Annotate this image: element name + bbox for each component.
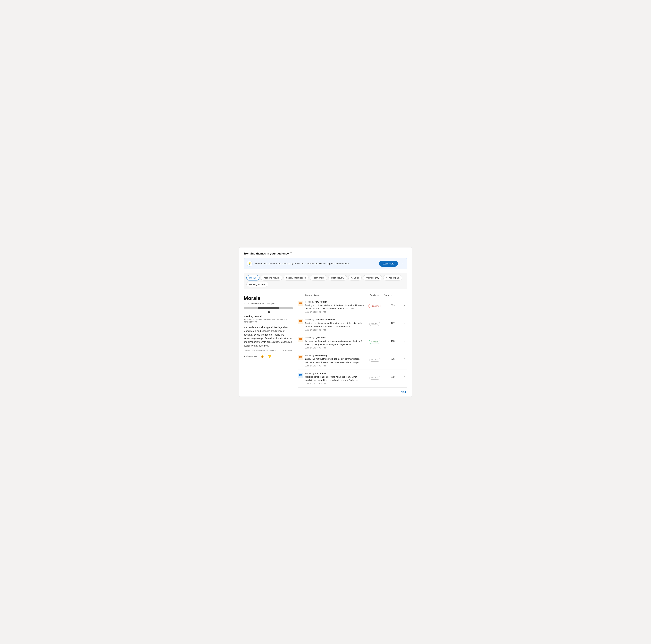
meta-separator: • <box>260 302 261 305</box>
conv-icon-0 <box>298 301 303 306</box>
conv-sentiment-cell-4: Neutral <box>365 372 384 379</box>
conv-sentiment-cell-2: Positive <box>365 337 384 344</box>
sentiment-badge-4: Neutral <box>369 376 380 379</box>
ai-banner: 💡 Themes and sentiment are powered by AI… <box>244 258 407 269</box>
conv-text-4: Noticing some tension brewing within the… <box>305 375 365 382</box>
conversations-list: Posted by Amy Nguyen Feeling a bit down … <box>298 298 407 388</box>
participants-count: 275 participants <box>261 302 277 305</box>
table-row: Posted by Lawrence Gilbertson Feeling a … <box>298 316 407 334</box>
theme-chip-supply-chain[interactable]: Supply chain issues <box>283 275 309 280</box>
ai-generated-badge: ✦ AI-generated <box>244 355 257 358</box>
conv-action-cell-0[interactable]: ↗ <box>401 301 407 307</box>
conversations-count: 15 conversations <box>244 302 260 305</box>
trend-icon-0[interactable]: ↗ <box>403 304 405 307</box>
thumbs-up-button[interactable]: 👍 <box>260 354 265 359</box>
theme-description: Your audience is sharing their feelings … <box>244 326 293 347</box>
conv-author-1: Posted by Lawrence Gilbertson <box>305 318 365 321</box>
theme-title: Morale <box>244 295 293 301</box>
conv-author-2: Posted by Lydia Bauer <box>305 337 365 339</box>
conv-text-1: Feeling a bit disconnected from the team… <box>305 321 365 328</box>
theme-chip-data-security[interactable]: Data security <box>329 275 347 280</box>
conv-action-cell-4[interactable]: ↗ <box>401 372 407 379</box>
conv-action-cell-2[interactable]: ↗ <box>401 337 407 343</box>
col-header-sentiment: Sentiment <box>365 294 384 296</box>
learn-more-button[interactable]: Learn more <box>379 261 398 267</box>
ai-banner-icon: 💡 <box>247 261 253 267</box>
page-title-row: Trending themes in your audience i <box>244 252 407 255</box>
main-content: Morale 15 conversations • 275 participan… <box>244 294 407 393</box>
conv-author-0: Posted by Amy Nguyen <box>305 301 365 303</box>
views-label: Views <box>384 294 390 296</box>
table-row: Posted by Tim Deboer Noticing some tensi… <box>298 370 407 388</box>
next-label: Next <box>401 391 406 393</box>
main-card: Trending themes in your audience i 💡 The… <box>239 247 412 397</box>
triangle-icon <box>268 311 271 313</box>
conv-icon-2 <box>298 337 303 342</box>
page-title: Trending themes in your audience <box>244 252 289 255</box>
ai-banner-text: Themes and sentiment are powered by AI. … <box>255 262 377 265</box>
sentiment-bar-positive <box>279 307 293 309</box>
trend-icon-2[interactable]: ↗ <box>403 340 405 343</box>
sort-down-icon[interactable]: ↓ <box>391 294 392 296</box>
sentiment-badge-1: Neutral <box>369 322 380 326</box>
table-row: Posted by Astrid Wong Lately, I've felt … <box>298 352 407 370</box>
sentiment-bar-container <box>244 307 293 313</box>
col-header-conversations: Conversations <box>298 294 365 296</box>
thumbsup-icon: 👍 <box>260 355 264 358</box>
sentiment-bar-neutral <box>257 307 279 309</box>
conv-body-2: Posted by Lydia Bauer Love seeing the po… <box>305 337 365 349</box>
conv-views-cell-4: 352 <box>384 372 401 378</box>
sentiment-bar-negative <box>244 307 257 309</box>
trending-sub: Sentiment across conversations with this… <box>244 318 293 323</box>
themes-bar: MoraleYear end resultsSupply chain issue… <box>244 273 407 289</box>
lightbulb-icon: 💡 <box>248 262 251 265</box>
thumbs-down-button[interactable]: 👎 <box>267 354 272 359</box>
trend-icon-3[interactable]: ↗ <box>403 358 405 361</box>
conv-sentiment-cell-0: Negative <box>365 301 384 308</box>
conv-text-0: Feeling a bit down lately about the team… <box>305 304 365 310</box>
theme-chip-morale[interactable]: Morale <box>246 275 259 280</box>
next-button[interactable]: Next › <box>401 391 407 393</box>
right-panel: Conversations Sentiment Views ↓ Posted b… <box>298 294 407 393</box>
table-row: Posted by Amy Nguyen Feeling a bit down … <box>298 298 407 316</box>
conv-body-0: Posted by Amy Nguyen Feeling a bit down … <box>305 301 365 313</box>
conv-author-3: Posted by Astrid Wong <box>305 355 365 357</box>
conv-body-3: Posted by Astrid Wong Lately, I've felt … <box>305 355 365 367</box>
conv-text-2: Love seeing the positive vibes spreading… <box>305 339 365 346</box>
ai-generated-row: ✦ AI-generated 👍 👎 <box>244 354 293 359</box>
conv-body-4: Posted by Tim Deboer Noticing some tensi… <box>305 372 365 385</box>
theme-chip-wellness-day[interactable]: Wellness Day <box>363 275 382 280</box>
conv-views-cell-1: 477 <box>384 318 401 325</box>
banner-close-button[interactable]: × <box>401 262 404 266</box>
theme-chip-ai-bugs[interactable]: AI Bugs <box>348 275 362 280</box>
theme-chip-ai-job-impact[interactable]: AI Job Impact <box>383 275 402 280</box>
theme-meta: 15 conversations • 275 participants <box>244 302 293 305</box>
sentiment-indicator <box>244 311 293 313</box>
conv-date-0: June 14, 2023, 9:34 AM <box>305 311 365 313</box>
conv-date-1: June 14, 2023, 9:34 AM <box>305 329 365 331</box>
sentiment-badge-3: Neutral <box>369 358 380 362</box>
ai-generated-label: AI-generated <box>246 355 257 358</box>
conv-views-cell-2: 413 <box>384 337 401 342</box>
sentiment-badge-2: Positive <box>369 340 380 344</box>
conv-date-3: June 14, 2023, 9:34 AM <box>305 365 365 367</box>
theme-chip-year-end[interactable]: Year end results <box>261 275 282 280</box>
conv-action-cell-3[interactable]: ↗ <box>401 355 407 361</box>
conv-date-2: June 14, 2023, 9:34 AM <box>305 347 365 349</box>
conv-icon-3 <box>298 355 303 360</box>
trend-icon-4[interactable]: ↗ <box>403 376 405 379</box>
info-icon[interactable]: i <box>290 252 292 255</box>
pagination-row: Next › <box>298 388 407 393</box>
trend-icon-1[interactable]: ↗ <box>403 322 405 325</box>
col-header-views: Views ↓ <box>384 294 401 296</box>
conv-icon-4 <box>298 373 303 378</box>
left-panel: Morale 15 conversations • 275 participan… <box>244 294 293 393</box>
conv-views-cell-3: 376 <box>384 355 401 360</box>
conv-action-cell-1[interactable]: ↗ <box>401 318 407 325</box>
theme-chip-team-offsite[interactable]: Team offsite <box>310 275 327 280</box>
theme-chip-hacking-incident[interactable]: Hacking incident <box>246 282 268 287</box>
conv-text-3: Lately, I've felt frustrated with the la… <box>305 357 365 364</box>
conv-sentiment-cell-1: Neutral <box>365 318 384 326</box>
table-row: Posted by Lydia Bauer Love seeing the po… <box>298 334 407 352</box>
table-header: Conversations Sentiment Views ↓ <box>298 294 407 298</box>
